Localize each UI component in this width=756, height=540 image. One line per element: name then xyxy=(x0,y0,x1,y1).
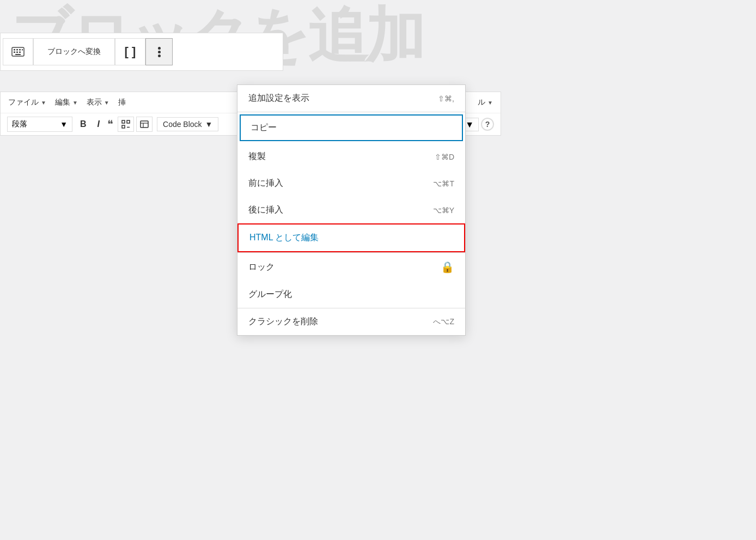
dropdown-item-insert-before[interactable]: 前に挿入 ⌥⌘T xyxy=(237,170,465,197)
shortcut-duplicate: ⇧⌘D xyxy=(435,153,454,161)
dropdown-item-duplicate[interactable]: 複製 ⇧⌘D xyxy=(237,143,465,170)
bracket-button[interactable]: [ ] xyxy=(115,38,145,65)
bracket-icon: [ ] xyxy=(125,45,136,59)
table-arrow-icon: ▼ xyxy=(465,120,474,129)
svg-rect-9 xyxy=(122,120,125,123)
shortcut-insert-after: ⌥⌘Y xyxy=(433,206,454,215)
menu-edit[interactable]: 編集 ▼ xyxy=(54,95,79,110)
menu-view[interactable]: 表示 ▼ xyxy=(86,95,111,110)
quote-icon: ❝ xyxy=(107,118,113,130)
file-arrow-icon: ▼ xyxy=(41,100,46,106)
top-toolbar: ブロックへ変換 [ ] xyxy=(0,33,283,71)
code-block-arrow-icon: ▼ xyxy=(205,120,213,129)
svg-rect-6 xyxy=(16,52,18,53)
keyboard-button[interactable] xyxy=(3,38,33,65)
dropdown-item-group[interactable]: グループ化 xyxy=(237,281,465,308)
svg-rect-2 xyxy=(16,49,18,51)
edit-arrow-icon: ▼ xyxy=(72,100,78,106)
svg-rect-11 xyxy=(122,125,125,128)
view-arrow-icon: ▼ xyxy=(104,100,109,106)
dropdown-item-edit-html[interactable]: HTML として編集 xyxy=(237,223,465,252)
quote-button[interactable]: ❝ xyxy=(107,118,113,131)
svg-rect-10 xyxy=(127,120,130,123)
dropdown-item-insert-after[interactable]: 後に挿入 ⌥⌘Y xyxy=(237,197,465,223)
dropdown-item-lock[interactable]: ロック 🔒 xyxy=(237,253,465,281)
more-options-button[interactable] xyxy=(145,38,173,65)
svg-rect-8 xyxy=(15,54,21,55)
dots-icon xyxy=(158,47,161,57)
code-block-button[interactable]: Code Block ▼ xyxy=(157,117,218,131)
svg-rect-5 xyxy=(14,52,15,53)
menu-insert[interactable]: 挿 xyxy=(117,95,127,110)
svg-rect-3 xyxy=(19,49,21,51)
shortcut-delete: へ⌥Z xyxy=(433,317,454,327)
convert-button[interactable]: ブロックへ変換 xyxy=(33,38,115,65)
paragraph-select[interactable]: 段落 ▼ xyxy=(7,117,72,132)
dropdown-menu: 追加設定を表示 ⇧⌘, コピー 複製 ⇧⌘D 前に挿入 ⌥⌘T 後に挿入 ⌥⌘Y… xyxy=(237,84,466,336)
svg-rect-1 xyxy=(14,49,15,51)
shortcut-insert-before: ⌥⌘T xyxy=(433,179,454,188)
dropdown-item-show-settings[interactable]: 追加設定を表示 ⇧⌘, xyxy=(237,85,465,112)
lock-icon: 🔒 xyxy=(441,260,454,274)
dropdown-item-copy[interactable]: コピー xyxy=(240,114,463,141)
menu-file[interactable]: ファイル ▼ xyxy=(7,95,47,110)
italic-button[interactable]: I xyxy=(94,118,103,130)
shortcut-show-settings: ⇧⌘, xyxy=(438,94,454,103)
plugin-icon-1[interactable] xyxy=(118,117,134,132)
svg-rect-13 xyxy=(141,121,148,128)
plugin-icon-2[interactable] xyxy=(136,117,153,132)
divider-1 xyxy=(237,112,465,112)
paragraph-arrow-icon: ▼ xyxy=(60,120,68,129)
help-button[interactable]: ? xyxy=(481,118,494,131)
svg-rect-4 xyxy=(22,49,23,51)
bold-button[interactable]: B xyxy=(77,118,90,130)
plugin-icons xyxy=(118,117,153,132)
dropdown-item-delete[interactable]: クラシックを削除 へ⌥Z xyxy=(237,308,465,335)
svg-rect-7 xyxy=(19,52,21,53)
tools-arrow-icon: ▼ xyxy=(487,100,493,106)
menu-tools[interactable]: ル ▼ xyxy=(477,95,494,110)
